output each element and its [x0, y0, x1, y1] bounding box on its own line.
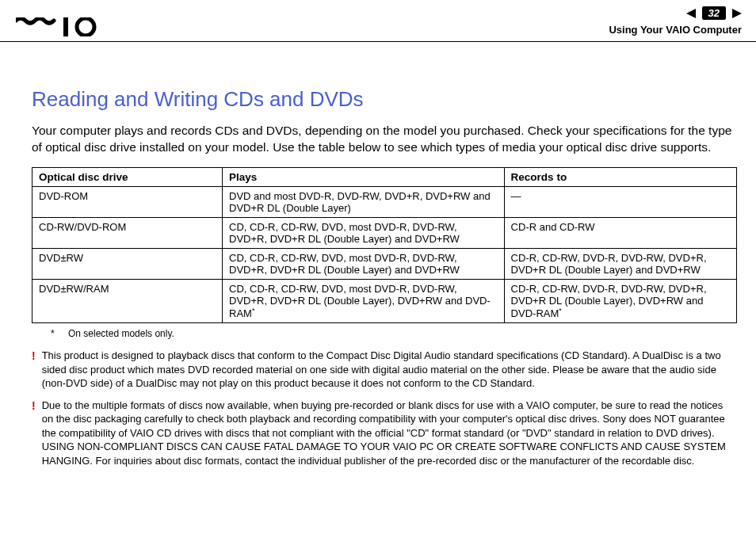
cell-drive: DVD±RW/RAM	[32, 279, 223, 322]
warning-text: Due to the multiple formats of discs now…	[42, 399, 737, 468]
table-header-row: Optical disc drive Plays Records to	[32, 167, 737, 186]
cell-plays: CD, CD-R, CD-RW, DVD, most DVD-R, DVD-RW…	[223, 217, 505, 248]
cell-records: CD-R, CD-RW, DVD-R, DVD-RW, DVD+R, DVD+R…	[504, 248, 736, 279]
footnote-ref: *	[252, 307, 255, 315]
table-row: DVD±RWCD, CD-R, CD-RW, DVD, most DVD-R, …	[32, 248, 737, 279]
page-number: 32	[702, 6, 726, 20]
next-page-arrow[interactable]	[731, 9, 742, 18]
warning-note: !This product is designed to playback di…	[32, 349, 737, 391]
section-label: Using Your VAIO Computer	[609, 24, 742, 36]
header-rule	[0, 41, 756, 42]
col-header-records: Records to	[504, 167, 736, 186]
svg-marker-0	[686, 9, 696, 18]
page-content: Reading and Writing CDs and DVDs Your co…	[32, 87, 737, 476]
cell-plays: CD, CD-R, CD-RW, DVD, most DVD-R, DVD-RW…	[223, 279, 505, 322]
vaio-logo	[16, 17, 101, 40]
page-title: Reading and Writing CDs and DVDs	[32, 87, 737, 112]
col-header-plays: Plays	[223, 167, 505, 186]
warning-note: !Due to the multiple formats of discs no…	[32, 399, 737, 468]
intro-paragraph: Your computer plays and records CDs and …	[32, 123, 737, 156]
warning-icon: !	[32, 349, 36, 391]
media-support-table: Optical disc drive Plays Records to DVD-…	[32, 167, 737, 323]
footnote-mark: *	[51, 328, 55, 339]
warning-text: This product is designed to playback dis…	[42, 349, 737, 391]
cell-records: CD-R, CD-RW, DVD-R, DVD-RW, DVD+R, DVD+R…	[504, 279, 736, 322]
svg-rect-2	[63, 17, 68, 36]
cell-plays: DVD and most DVD-R, DVD-RW, DVD+R, DVD+R…	[223, 186, 505, 217]
warning-icon: !	[32, 399, 36, 468]
table-row: DVD±RW/RAMCD, CD-R, CD-RW, DVD, most DVD…	[32, 279, 737, 322]
prev-page-arrow[interactable]	[686, 9, 697, 18]
cell-plays: CD, CD-R, CD-RW, DVD, most DVD-R, DVD-RW…	[223, 248, 505, 279]
table-footnote: * On selected models only.	[51, 328, 737, 339]
col-header-drive: Optical disc drive	[32, 167, 223, 186]
svg-point-3	[77, 18, 94, 36]
footnote-text: On selected models only.	[68, 328, 174, 339]
page-nav: 32	[686, 6, 742, 20]
cell-drive: DVD-ROM	[32, 186, 223, 217]
cell-drive: CD-RW/DVD-ROM	[32, 217, 223, 248]
cell-drive: DVD±RW	[32, 248, 223, 279]
footnote-ref: *	[559, 307, 562, 315]
cell-records: —	[504, 186, 736, 217]
table-row: DVD-ROMDVD and most DVD-R, DVD-RW, DVD+R…	[32, 186, 737, 217]
table-row: CD-RW/DVD-ROMCD, CD-R, CD-RW, DVD, most …	[32, 217, 737, 248]
cell-records: CD-R and CD-RW	[504, 217, 736, 248]
svg-marker-1	[732, 9, 742, 18]
